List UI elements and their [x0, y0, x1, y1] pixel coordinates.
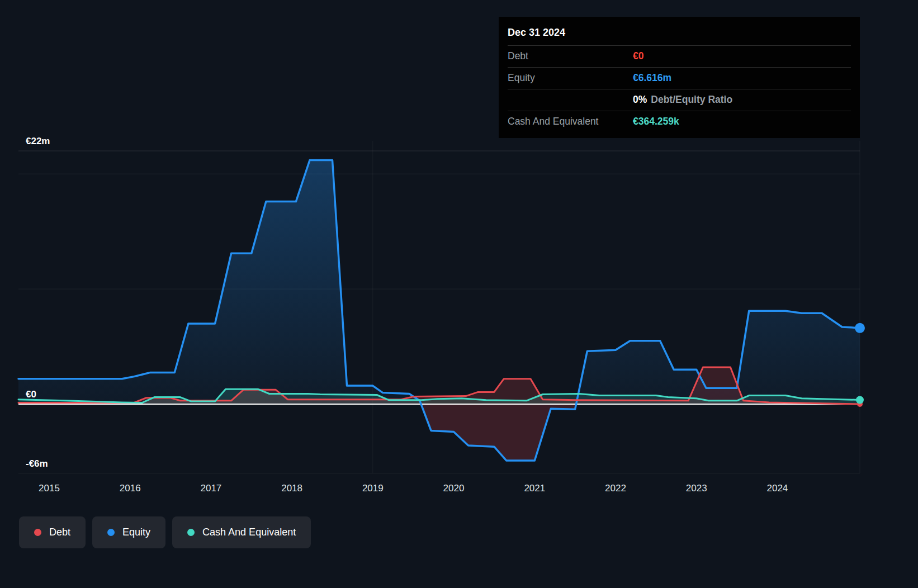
- svg-text:-€6m: -€6m: [26, 458, 48, 469]
- svg-text:2019: 2019: [362, 483, 384, 494]
- tooltip-equity-value: €6.616m: [633, 72, 671, 84]
- legend-equity-label: Equity: [122, 527, 150, 538]
- tooltip-debt-value: €0: [633, 50, 643, 63]
- tooltip: Dec 31 2024 Debt €0 Equity €6.616m 0%Deb…: [499, 17, 860, 138]
- tooltip-row-ratio: 0%Debt/Equity Ratio: [508, 89, 851, 111]
- legend-item-equity[interactable]: Equity: [92, 516, 165, 548]
- tooltip-cash-value: €364.259k: [633, 116, 679, 128]
- svg-text:2024: 2024: [766, 483, 788, 494]
- legend-debt-label: Debt: [49, 527, 70, 538]
- legend-item-debt[interactable]: Debt: [19, 516, 86, 548]
- cash-dot-icon: [187, 529, 195, 536]
- svg-text:€0: €0: [26, 389, 36, 400]
- equity-dot-icon: [107, 529, 115, 536]
- svg-text:2022: 2022: [605, 483, 626, 494]
- tooltip-row-equity: Equity €6.616m: [508, 67, 851, 89]
- tooltip-debt-label: Debt: [508, 50, 633, 63]
- tooltip-equity-label: Equity: [508, 72, 633, 84]
- tooltip-row-debt: Debt €0: [508, 45, 851, 67]
- tooltip-row-cash: Cash And Equivalent €364.259k: [508, 111, 851, 132]
- tooltip-cash-label: Cash And Equivalent: [508, 116, 633, 128]
- legend-cash-label: Cash And Equivalent: [202, 527, 296, 538]
- svg-text:2020: 2020: [443, 483, 465, 494]
- svg-text:2023: 2023: [686, 483, 707, 494]
- tooltip-ratio-percent: 0%: [633, 94, 647, 105]
- svg-text:2015: 2015: [39, 483, 60, 494]
- svg-text:2016: 2016: [120, 483, 141, 494]
- legend: Debt Equity Cash And Equivalent: [19, 516, 311, 548]
- debt-dot-icon: [34, 529, 41, 536]
- legend-item-cash[interactable]: Cash And Equivalent: [172, 516, 311, 548]
- tooltip-ratio-value: 0%Debt/Equity Ratio: [633, 94, 732, 106]
- debt-equity-history-chart: 2015201620172018201920202021202220232024…: [0, 0, 918, 588]
- tooltip-ratio-label: Debt/Equity Ratio: [651, 94, 732, 105]
- tooltip-date: Dec 31 2024: [508, 21, 851, 45]
- svg-text:2018: 2018: [281, 483, 302, 494]
- svg-text:€22m: €22m: [26, 136, 50, 146]
- svg-text:2017: 2017: [200, 483, 221, 494]
- svg-text:2021: 2021: [524, 483, 545, 494]
